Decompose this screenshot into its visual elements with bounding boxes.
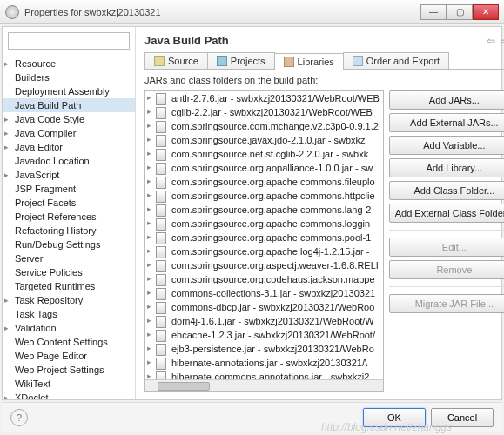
jar-list[interactable]: antlr-2.7.6.jar - swbxkzj20130321/WebRoo… — [144, 90, 384, 392]
tab-icon — [284, 57, 294, 67]
tab-projects[interactable]: Projects — [207, 52, 275, 69]
jar-entry[interactable]: cglib-2.2.jar - swbxkzj20130321/WebRoot/… — [145, 105, 383, 119]
sidebar-item-label: Java Compiler — [15, 128, 76, 138]
jar-entry[interactable]: com.springsource.net.sf.cglib-2.2.0.jar … — [145, 147, 383, 161]
sidebar-item-wikitext[interactable]: WikiText — [3, 377, 135, 391]
jar-entry[interactable]: commons-collections-3.1.jar - swbxkzj201… — [145, 286, 383, 300]
jar-icon — [147, 246, 158, 257]
sidebar-item-label: Task Repository — [15, 295, 83, 305]
jar-icon — [147, 358, 158, 368]
sidebar-item-web-project-settings[interactable]: Web Project Settings — [3, 363, 135, 377]
sidebar-item-task-repository[interactable]: ▸Task Repository — [3, 293, 135, 307]
tab-source[interactable]: Source — [144, 52, 208, 69]
jar-entry[interactable]: ejb3-persistence.jar - swbxkzj20130321/W… — [145, 342, 383, 356]
jar-icon — [147, 371, 158, 379]
jar-entry[interactable]: com.springsource.org.apache.commons.lang… — [145, 203, 383, 217]
expand-icon[interactable]: ▸ — [4, 129, 12, 137]
sidebar-item-service-policies[interactable]: Service Policies — [3, 265, 135, 279]
tab-libraries[interactable]: Libraries — [274, 53, 344, 70]
expand-icon[interactable]: ▸ — [4, 115, 12, 123]
maximize-button[interactable]: ▢ — [447, 4, 473, 20]
jar-entry[interactable]: com.springsource.org.apache.commons.pool… — [145, 231, 383, 244]
jar-entry[interactable]: com.springsource.org.apache.commons.logg… — [145, 217, 383, 231]
jar-entry[interactable]: com.springsource.org.aopalliance-1.0.0.j… — [145, 161, 383, 175]
jar-entry[interactable]: commons-dbcp.jar - swbxkzj20130321/WebRo… — [145, 300, 383, 314]
jar-label: commons-collections-3.1.jar - swbxkzj201… — [171, 288, 375, 298]
jar-icon — [147, 288, 158, 298]
sidebar-item-run-debug-settings[interactable]: Run/Debug Settings — [3, 238, 135, 251]
jar-icon — [147, 344, 158, 354]
scrollbar-thumb[interactable] — [158, 382, 210, 391]
sidebar-item-web-content-settings[interactable]: Web Content Settings — [3, 335, 135, 349]
jar-label: antlr-2.7.6.jar - swbxkzj20130321/WebRoo… — [171, 93, 380, 104]
title-bar: Properties for swbxkzj20130321 — ▢ ✕ — [0, 0, 504, 24]
add-library-button[interactable]: Add Library... — [389, 158, 504, 177]
add-external-class-folder-button[interactable]: Add External Class Folder... — [389, 204, 504, 223]
horizontal-scrollbar[interactable] — [145, 379, 383, 392]
sidebar-item-label: Task Tags — [15, 309, 57, 319]
jar-icon — [147, 135, 158, 145]
sidebar-item-javadoc-location[interactable]: Javadoc Location — [3, 154, 135, 168]
sidebar-item-refactoring-history[interactable]: Refactoring History — [3, 224, 135, 238]
jar-entry[interactable]: com.springsource.org.codehaus.jackson.ma… — [145, 272, 383, 286]
category-tree[interactable]: ▸ResourceBuildersDeployment AssemblyJava… — [3, 55, 135, 399]
sidebar-item-builders[interactable]: Builders — [3, 70, 135, 84]
jar-entry[interactable]: hibernate-commons-annotations.jar - swbx… — [145, 370, 383, 379]
nav-back-icon[interactable]: ⇦ — [487, 35, 495, 47]
sidebar-item-project-references[interactable]: Project References — [3, 210, 135, 224]
remove-button: Remove — [389, 260, 504, 279]
jar-label: com.springsource.org.apache.commons.pool… — [171, 232, 371, 243]
jar-label: com.springsource.org.aspectj.weaver-1.6.… — [171, 260, 379, 271]
jar-icon — [147, 260, 158, 271]
sidebar-item-project-facets[interactable]: Project Facets — [3, 196, 135, 210]
sidebar-item-java-editor[interactable]: ▸Java Editor — [3, 140, 135, 154]
expand-icon[interactable]: ▸ — [4, 171, 12, 178]
sidebar-item-resource[interactable]: ▸Resource — [3, 57, 135, 70]
jar-entry[interactable]: ehcache-1.2.3.jar - swbxkzj20130321/WebR… — [145, 328, 383, 342]
jar-entry[interactable]: com.springsource.javax.jdo-2.1.0.jar - s… — [145, 133, 383, 147]
sidebar-item-xdoclet[interactable]: ▸XDoclet — [3, 391, 135, 399]
sidebar-item-task-tags[interactable]: Task Tags — [3, 307, 135, 321]
jar-icon — [147, 163, 158, 173]
jar-icon — [147, 232, 158, 243]
add-external-jars-button[interactable]: Add External JARs... — [389, 113, 504, 132]
jar-entry[interactable]: com.springsource.com.mchange.v2.c3p0-0.9… — [145, 119, 383, 133]
nav-forward-icon[interactable]: ⇨ — [501, 35, 504, 47]
sidebar-item-label: Web Content Settings — [15, 337, 108, 347]
tab-order-and-export[interactable]: Order and Export — [343, 52, 449, 69]
expand-icon[interactable]: ▸ — [4, 143, 12, 151]
sidebar-item-java-compiler[interactable]: ▸Java Compiler — [3, 126, 135, 140]
jar-label: com.springsource.org.apache.commons.http… — [171, 191, 375, 201]
sidebar-item-java-build-path[interactable]: Java Build Path — [3, 98, 135, 112]
close-button[interactable]: ✕ — [473, 4, 499, 20]
add-variable-button[interactable]: Add Variable... — [389, 136, 504, 155]
jar-entry[interactable]: com.springsource.org.apache.log4j-1.2.15… — [145, 244, 383, 258]
sidebar-item-web-page-editor[interactable]: Web Page Editor — [3, 349, 135, 363]
sidebar-item-targeted-runtimes[interactable]: Targeted Runtimes — [3, 279, 135, 293]
jar-entry[interactable]: com.springsource.org.apache.commons.file… — [145, 175, 383, 189]
jar-entry[interactable]: hibernate-annotations.jar - swbxkzj20130… — [145, 356, 383, 370]
sidebar-item-validation[interactable]: ▸Validation — [3, 321, 135, 335]
add-class-folder-button[interactable]: Add Class Folder... — [389, 181, 504, 200]
add-jars-button[interactable]: Add JARs... — [389, 90, 504, 110]
jar-entry[interactable]: antlr-2.7.6.jar - swbxkzj20130321/WebRoo… — [145, 91, 383, 105]
sidebar-item-label: Service Policies — [15, 267, 83, 278]
help-button[interactable]: ? — [10, 409, 28, 426]
jar-entry[interactable]: com.springsource.org.apache.commons.http… — [145, 189, 383, 203]
jar-icon — [147, 274, 158, 284]
sidebar-item-server[interactable]: Server — [3, 251, 135, 265]
sidebar-item-deployment-assembly[interactable]: Deployment Assembly — [3, 84, 135, 98]
sidebar-item-jsp-fragment[interactable]: JSP Fragment — [3, 182, 135, 196]
tab-label: Source — [168, 56, 198, 66]
expand-icon[interactable]: ▸ — [4, 324, 12, 331]
jar-entry[interactable]: com.springsource.org.aspectj.weaver-1.6.… — [145, 258, 383, 272]
jar-entry[interactable]: dom4j-1.6.1.jar - swbxkzj20130321/WebRoo… — [145, 314, 383, 328]
expand-icon[interactable]: ▸ — [4, 296, 12, 304]
filter-input[interactable] — [8, 32, 130, 50]
jar-icon — [147, 316, 158, 326]
minimize-button[interactable]: — — [420, 4, 447, 20]
expand-icon[interactable]: ▸ — [4, 393, 12, 399]
sidebar-item-java-code-style[interactable]: ▸Java Code Style — [3, 112, 135, 126]
sidebar-item-javascript[interactable]: ▸JavaScript — [3, 168, 135, 182]
expand-icon[interactable]: ▸ — [4, 59, 12, 67]
